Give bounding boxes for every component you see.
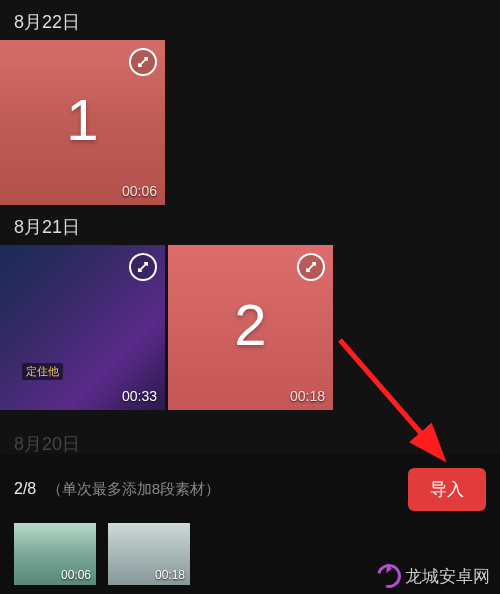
selection-number: 2 <box>234 291 266 358</box>
selected-thumb[interactable]: 00:06 <box>14 523 96 585</box>
media-row: 1 00:06 <box>0 40 500 205</box>
video-thumb[interactable]: 2 00:18 <box>168 245 333 410</box>
video-duration: 00:06 <box>122 183 157 199</box>
video-duration: 00:18 <box>155 568 185 582</box>
import-button[interactable]: 导入 <box>408 468 486 511</box>
video-duration: 00:06 <box>61 568 91 582</box>
video-duration: 00:33 <box>122 388 157 404</box>
video-thumb[interactable]: 1 00:06 <box>0 40 165 205</box>
media-row: 定住他 00:33 2 00:18 <box>0 245 500 410</box>
selection-summary: 2/8 （单次最多添加8段素材） <box>14 480 220 499</box>
expand-icon[interactable] <box>129 48 157 76</box>
watermark: 龙城安卓网 <box>377 564 490 588</box>
watermark-logo-icon <box>373 560 406 593</box>
game-tag: 定住他 <box>22 363 63 380</box>
selected-thumb[interactable]: 00:18 <box>108 523 190 585</box>
expand-icon[interactable] <box>129 253 157 281</box>
selection-counter: 2/8 <box>14 480 36 497</box>
selection-hint: （单次最多添加8段素材） <box>47 480 220 497</box>
date-header: 8月22日 <box>0 0 500 40</box>
video-thumb[interactable]: 定住他 00:33 <box>0 245 165 410</box>
selection-number: 1 <box>66 86 98 153</box>
video-duration: 00:18 <box>290 388 325 404</box>
date-header: 8月21日 <box>0 205 500 245</box>
expand-icon[interactable] <box>297 253 325 281</box>
watermark-text: 龙城安卓网 <box>405 565 490 588</box>
